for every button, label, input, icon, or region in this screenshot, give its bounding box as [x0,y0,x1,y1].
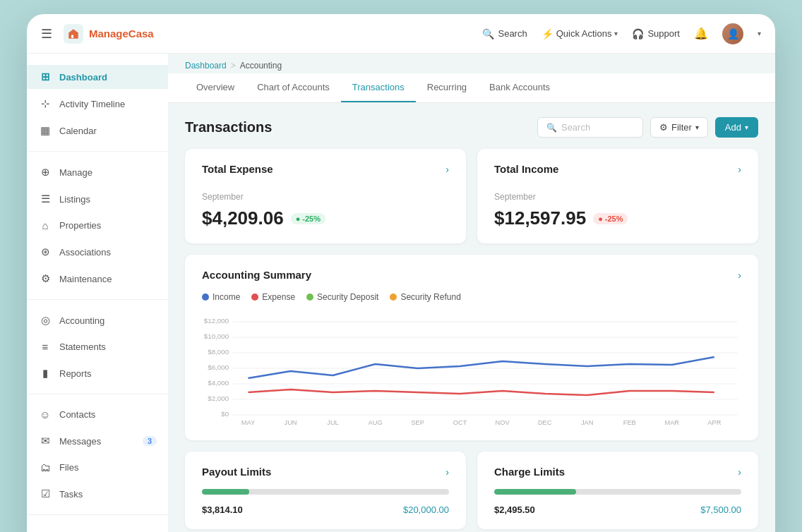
svg-text:MAR: MAR [664,419,679,426]
income-badge: ● -25% [593,213,628,224]
svg-rect-0 [71,35,73,38]
sidebar-item-listings[interactable]: ☰ Listings [27,187,168,211]
associations-icon: ⊛ [38,246,52,258]
sidebar-item-associations[interactable]: ⊛ Associations [27,240,168,264]
svg-text:$2,000: $2,000 [208,394,229,402]
svg-text:$0: $0 [221,410,229,418]
tabs-bar: Overview Chart of Accounts Transactions … [168,73,775,103]
chart-title: Accounting Summary [202,269,311,281]
sidebar-item-statements[interactable]: ≡ Statements [27,335,168,358]
stats-cards-row: Total Expense › September $4,209.06 ● -2… [185,149,758,243]
chart-arrow-icon[interactable]: › [738,270,741,281]
filter-button[interactable]: ⚙ Filter ▾ [650,117,708,138]
avatar-chevron-icon: ▾ [758,30,761,37]
sidebar-item-contacts[interactable]: ☺ Contacts [27,403,168,426]
chart-legend: Income Expense Security Deposit Sec [202,292,741,302]
sidebar-item-files[interactable]: 🗂 Files [27,456,168,479]
add-button[interactable]: Add ▾ [715,117,758,138]
sidebar-item-dashboard[interactable]: ⊞ Dashboard [27,65,168,89]
training-icon: ▶ [38,529,52,532]
income-title: Total Income [494,163,558,175]
expense-arrow-icon[interactable]: › [445,164,449,175]
chart-container: $12,000 $10,000 $8,000 $6,000 $4,000 $2,… [202,313,741,426]
charge-header: Charge Limits › [494,466,741,478]
svg-text:DEC: DEC [538,419,552,426]
logo-area: ManageCasa [64,24,471,44]
payout-arrow-icon[interactable]: › [445,466,449,478]
expense-badge-dot: ● [296,214,301,223]
total-expense-card: Total Expense › September $4,209.06 ● -2… [185,149,466,243]
svg-text:MAY: MAY [241,419,255,426]
sidebar-item-training[interactable]: ▶ Training [27,524,168,532]
expense-card-header: Total Expense › [202,163,449,175]
search-icon: 🔍 [482,28,494,40]
top-navigation: ☰ ManageCasa 🔍 Search ⚡ Quick Actions ▾ … [27,14,775,54]
tab-recurring[interactable]: Recurring [416,73,478,102]
chevron-down-icon: ▾ [614,30,618,37]
payout-header: Payout Limits › [202,466,449,478]
charge-amounts: $2,495.50 $7,500.00 [494,504,741,515]
support-button[interactable]: 🎧 Support [632,28,680,40]
sidebar-divider-2 [27,299,168,300]
charge-progress-fill [494,489,576,495]
tab-bank-accounts[interactable]: Bank Accounts [478,73,561,102]
breadcrumb: Dashboard > Accounting [168,54,775,73]
sidebar-item-tasks[interactable]: ☑ Tasks [27,482,168,506]
sidebar-item-properties[interactable]: ⌂ Properties [27,214,168,237]
header-actions: 🔍 Search ⚙ Filter ▾ Add ▾ [537,117,758,138]
tab-transactions[interactable]: Transactions [341,73,416,102]
charge-progress-bar [494,489,741,495]
search-input[interactable]: 🔍 Search [537,117,643,138]
notification-bell-icon[interactable]: 🔔 [694,27,708,40]
payout-limits-card: Payout Limits › $3,814.10 $20,000.00 [185,452,466,529]
legend-expense-dot [251,294,258,301]
expense-value-row: $4,209.06 ● -25% [202,207,449,229]
payout-progress-fill [202,489,249,495]
income-arrow-icon[interactable]: › [738,164,741,175]
sidebar-item-messages[interactable]: ✉ Messages 3 [27,429,168,453]
charge-limits-card: Charge Limits › $2,495.50 $7,500.00 [477,452,758,529]
tab-overview[interactable]: Overview [185,73,246,102]
charge-arrow-icon[interactable]: › [738,466,741,478]
tab-chart-of-accounts[interactable]: Chart of Accounts [246,73,341,102]
page-header: Transactions 🔍 Search ⚙ Filter ▾ Add [185,117,758,138]
lightning-icon: ⚡ [541,28,553,40]
svg-text:$8,000: $8,000 [208,348,229,356]
sidebar-item-calendar[interactable]: ▦ Calendar [27,119,168,143]
dashboard-icon: ⊞ [38,71,52,83]
maintenance-icon: ⚙ [38,272,52,285]
legend-security-refund: Security Refund [390,292,460,302]
sidebar-item-manage[interactable]: ⊕ Manage [27,160,168,184]
sidebar-item-accounting[interactable]: ◎ Accounting [27,308,168,332]
sidebar: ⊞ Dashboard ⊹ Activity Timeline ▦ Calend… [27,54,168,532]
add-chevron-icon: ▾ [745,123,748,131]
sidebar-item-reports[interactable]: ▮ Reports [27,361,168,385]
quick-actions-button[interactable]: ⚡ Quick Actions ▾ [541,28,618,40]
avatar[interactable]: 👤 [722,23,743,44]
svg-text:$12,000: $12,000 [204,317,229,325]
sidebar-item-activity-timeline[interactable]: ⊹ Activity Timeline [27,92,168,116]
expense-value: $4,209.06 [202,207,284,229]
search-button[interactable]: 🔍 Search [482,28,527,40]
sidebar-divider-4 [27,514,168,515]
payout-max: $20,000.00 [403,504,449,515]
legend-income-dot [202,294,209,301]
contacts-icon: ☺ [38,409,52,421]
svg-text:$6,000: $6,000 [208,363,229,371]
svg-text:SEP: SEP [411,419,424,426]
sidebar-item-maintenance[interactable]: ⚙ Maintenance [27,267,168,291]
expense-period: September [202,192,449,202]
calendar-icon: ▦ [38,124,52,137]
svg-text:JAN: JAN [581,419,593,426]
page-title: Transactions [185,119,272,135]
menu-hamburger-icon[interactable]: ☰ [41,26,52,42]
payout-progress-bar [202,489,449,495]
legend-income: Income [202,292,240,302]
breadcrumb-parent[interactable]: Dashboard [185,61,227,71]
charge-current: $2,495.50 [494,504,535,515]
svg-text:NOV: NOV [496,419,510,426]
activity-timeline-icon: ⊹ [38,97,52,110]
legend-deposit-label: Security Deposit [317,292,378,302]
main-layout: ⊞ Dashboard ⊹ Activity Timeline ▦ Calend… [27,54,775,532]
files-icon: 🗂 [38,461,52,473]
